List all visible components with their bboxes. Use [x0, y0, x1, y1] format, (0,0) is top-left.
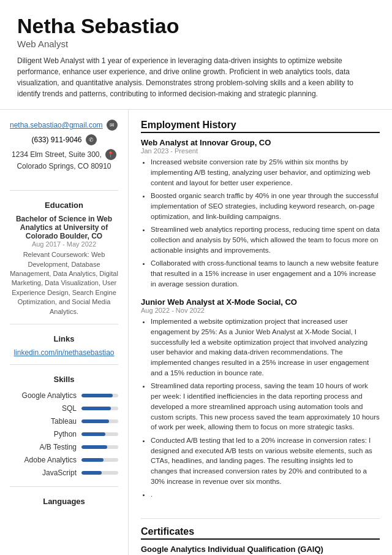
bullet: Collaborated with cross-functional teams…	[151, 258, 380, 289]
contact-phone: (633) 911-9046 ✆	[10, 134, 118, 145]
skill-row: SQL	[10, 404, 118, 413]
divider-1	[10, 190, 118, 191]
job-bullets: Increased website conversion rate by 25%…	[141, 157, 380, 289]
skill-row: Python	[10, 430, 118, 438]
skills-block: Google Analytics SQL Tableau Python A/B …	[10, 391, 118, 481]
skill-label: Adobe Analytics	[21, 456, 77, 464]
skill-bar-fill	[81, 394, 113, 397]
job-title-line: Web Analyst at Innovar Group, CO	[141, 138, 380, 147]
contact-block: netha.sebastiao@gmail.com ✉ (633) 911-90…	[10, 120, 118, 175]
right-column: Employment History Web Analyst at Innova…	[129, 110, 392, 555]
job-title: Web Analyst	[17, 39, 375, 49]
skill-bar-fill	[81, 432, 105, 436]
skill-label: Tableau	[21, 417, 77, 426]
languages-title: Languages	[10, 497, 118, 506]
divider-4	[10, 486, 118, 487]
divider-2	[10, 324, 118, 324]
skill-bar-bg	[81, 432, 118, 436]
resume-container: Netha Sebastiao Web Analyst Diligent Web…	[0, 0, 392, 555]
job-bullets: Implemented a website optimization proje…	[141, 316, 380, 499]
candidate-name: Netha Sebastiao	[17, 15, 375, 37]
location-icon: 📍	[105, 149, 116, 160]
skill-label: Google Analytics	[21, 391, 77, 400]
skill-label: A/B Testing	[21, 443, 77, 451]
skill-bar-bg	[81, 394, 118, 397]
bullet: Increased website conversion rate by 25%…	[151, 157, 380, 188]
employment-title: Employment History	[141, 120, 380, 133]
bullet: Boosted organic search traffic by 40% in…	[151, 191, 380, 221]
skill-bar-bg	[81, 407, 118, 410]
education-title: Education	[10, 201, 118, 210]
job-date: Jan 2023 - Present	[141, 147, 380, 155]
skill-row: Adobe Analytics	[10, 456, 118, 464]
cert-block: Google Analytics Individual Qualificatio…	[141, 545, 380, 555]
edu-date: Aug 2017 - May 2022	[10, 240, 118, 248]
coursework: Relevant Coursework: Web Development, Da…	[10, 250, 118, 316]
skill-bar-fill	[81, 458, 104, 462]
jobs-container: Web Analyst at Innovar Group, CO Jan 202…	[141, 138, 380, 499]
skill-bar-fill	[81, 419, 109, 423]
skill-bar-bg	[81, 458, 118, 462]
links-block: linkedin.com/in/nethasebastiao	[10, 348, 118, 357]
divider-3	[10, 364, 118, 365]
body-section: netha.sebastiao@gmail.com ✉ (633) 911-90…	[0, 110, 392, 555]
skills-title: Skills	[10, 375, 118, 384]
left-column: netha.sebastiao@gmail.com ✉ (633) 911-90…	[0, 110, 129, 555]
skill-bar-bg	[81, 471, 118, 475]
certs-container: Google Analytics Individual Qualificatio…	[141, 545, 380, 555]
skill-label: SQL	[21, 404, 77, 413]
phone-number: (633) 911-9046	[31, 136, 81, 144]
skill-bar-bg	[81, 445, 118, 449]
header-section: Netha Sebastiao Web Analyst Diligent Web…	[0, 0, 392, 110]
bullet: Streamlined data reporting process, savi…	[151, 381, 380, 432]
email-link[interactable]: netha.sebastiao@gmail.com	[10, 121, 103, 129]
job-date: Aug 2022 - Nov 2022	[141, 307, 380, 314]
skill-bar-bg	[81, 419, 118, 423]
address-line1: 1234 Elm Street, Suite 300,	[12, 150, 102, 160]
job-title-line: Junior Web Analyst at X-Mode Social, CO	[141, 297, 380, 307]
contact-address: 1234 Elm Street, Suite 300, 📍 Colorado S…	[10, 149, 118, 172]
bullet: .	[151, 489, 380, 500]
skill-bar-fill	[81, 445, 107, 449]
job-block: Junior Web Analyst at X-Mode Social, CO …	[141, 297, 380, 499]
links-title: Links	[10, 334, 118, 343]
coursework-text: Web Development, Database Management, Da…	[10, 251, 118, 315]
coursework-label: Relevant Coursework:	[23, 251, 89, 258]
employment-section: Employment History Web Analyst at Innova…	[141, 120, 380, 508]
cert-name: Google Analytics Individual Qualificatio…	[141, 545, 380, 554]
skill-bar-fill	[81, 407, 111, 410]
phone-icon: ✆	[86, 134, 97, 145]
education-block: Bachelor of Science in Web Analytics at …	[10, 215, 118, 316]
skill-row: Tableau	[10, 417, 118, 426]
skill-row: A/B Testing	[10, 443, 118, 451]
certificates-section: Certificates Google Analytics Individual…	[141, 518, 380, 555]
email-icon: ✉	[107, 120, 118, 131]
skill-label: JavaScript	[21, 469, 77, 477]
skill-bar-fill	[81, 471, 102, 475]
address-line2: Colorado Springs, CO 80910	[17, 161, 111, 172]
linkedin-link[interactable]: linkedin.com/in/nethasebastiao	[13, 348, 114, 357]
skill-label: Python	[21, 430, 77, 438]
summary: Diligent Web Analyst with 1 year of expe…	[17, 55, 375, 99]
contact-email: netha.sebastiao@gmail.com ✉	[10, 120, 118, 131]
bullet: Streamlined web analytics reporting proc…	[151, 224, 380, 255]
skill-row: Google Analytics	[10, 391, 118, 400]
degree: Bachelor of Science in Web Analytics at …	[10, 215, 118, 240]
skill-row: JavaScript	[10, 469, 118, 477]
bullet: Implemented a website optimization proje…	[151, 316, 380, 378]
bullet: Conducted A/B testing that led to a 20% …	[151, 435, 380, 486]
certificates-title: Certificates	[141, 526, 380, 540]
job-block: Web Analyst at Innovar Group, CO Jan 202…	[141, 138, 380, 289]
